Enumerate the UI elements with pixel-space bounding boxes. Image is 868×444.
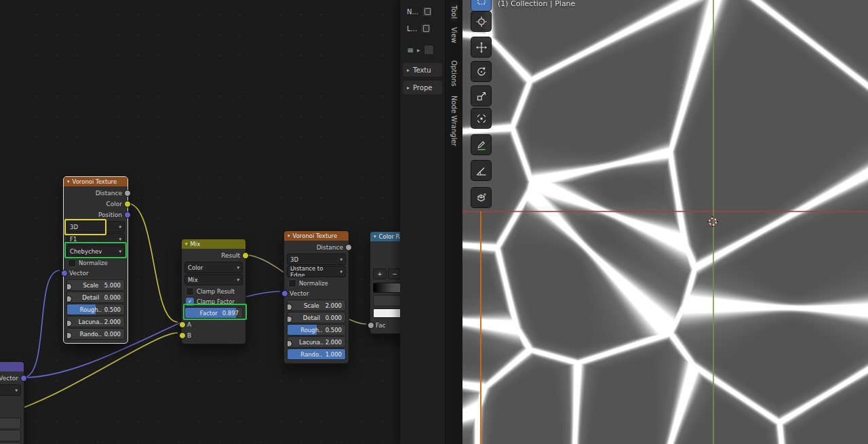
chevron-down-icon: ▾ [237, 277, 239, 283]
normalize-checkbox[interactable]: Normalize [284, 278, 349, 288]
measure-icon [476, 165, 487, 176]
socket-randomness-in[interactable] [66, 332, 72, 339]
factor-slider[interactable]: Factor 0.897 [184, 307, 243, 319]
tool-rotate-button[interactable] [471, 61, 492, 82]
3d-cursor [707, 216, 719, 228]
dimensions-dropdown[interactable]: 3D ▾ [287, 254, 346, 265]
output-position: Position [64, 209, 127, 220]
annotate-icon [476, 140, 487, 150]
tab-options[interactable]: Options [450, 57, 458, 90]
mapping-field-x[interactable]: 0 m [0, 418, 21, 429]
mapping-field-y[interactable]: 0 m [0, 430, 21, 441]
list-icon[interactable]: ≡ [407, 45, 414, 55]
socket-scale-in[interactable] [66, 283, 72, 290]
tab-view[interactable]: View [450, 24, 458, 47]
socket-lacunarity-in[interactable] [66, 320, 72, 327]
lacunarity-slider[interactable]: Lacuna.. 2.000 [66, 316, 125, 327]
input-vector: Vector [284, 288, 349, 299]
socket-fac-in[interactable] [368, 322, 374, 329]
normalize-checkbox[interactable]: Normalize [64, 258, 127, 268]
node-mix-header[interactable]: ▾ Mix [182, 239, 245, 249]
node-title: Voronoi Texture [73, 178, 117, 185]
mapping-type-dropdown[interactable]: ▾ [0, 384, 21, 396]
label-field-icon[interactable] [420, 23, 431, 34]
lacunarity-slider[interactable]: Lacuna.. 2.000 [287, 336, 346, 348]
node-voronoi1-header[interactable]: ▾ Voronoi Texture [64, 177, 127, 186]
socket-vector-in[interactable] [61, 270, 68, 277]
link-offscreen-to-mix-b [0, 333, 178, 416]
node-name-field[interactable]: N... [407, 6, 445, 17]
distance-metric-dropdown[interactable]: Chebychev ▾ [66, 245, 125, 257]
output-result: Result [182, 250, 245, 261]
socket-b-in[interactable] [179, 332, 186, 339]
mix-type-dropdown[interactable]: Color ▾ [184, 262, 243, 273]
socket-detail-in[interactable] [287, 316, 292, 323]
socket-position-out[interactable] [124, 211, 131, 218]
socket-detail-in[interactable] [66, 296, 72, 302]
socket-distance-out[interactable] [124, 190, 131, 197]
scale-slider[interactable]: Scale 5.000 [66, 279, 125, 291]
collapse-icon[interactable]: ▾ [288, 233, 290, 239]
node-voronoi-texture-2[interactable]: ▾ Voronoi Texture Distance 3D ▾ Distance… [283, 230, 349, 364]
socket-a-in[interactable] [179, 321, 186, 328]
rotate-icon [476, 66, 487, 77]
tweak-select-icon [476, 0, 487, 7]
tool-move-button[interactable] [471, 37, 492, 58]
swatch-button[interactable] [424, 45, 434, 55]
remove-stop-button[interactable]: − [388, 268, 401, 279]
transform-icon [476, 113, 487, 124]
clamp-result-checkbox[interactable]: Clamp Result [182, 286, 245, 296]
output-vector: Vector [0, 373, 24, 384]
node-mapping[interactable]: Vector ▾ 0 m 0 m 0 m [0, 361, 24, 444]
shader-node-editor[interactable]: Vector ▾ 0 m 0 m 0 m ▾ Voronoi Texture D [0, 0, 462, 444]
viewport-3d[interactable]: (1) Collection | Plane [462, 0, 868, 444]
tool-tweak-select-button[interactable] [471, 0, 492, 12]
collapse-icon[interactable]: ▾ [185, 241, 188, 247]
tool-transform-button[interactable] [471, 108, 492, 129]
node-title: Color Ra [379, 233, 403, 240]
input-vector: Vector [64, 268, 127, 279]
rendered-voronoi-plane[interactable] [462, 0, 868, 444]
tool-annotate-button[interactable] [471, 134, 492, 155]
roughness-slider[interactable]: Rough.. 0.500 [66, 304, 125, 315]
socket-color-out[interactable] [124, 201, 131, 207]
randomness-slider[interactable]: Rando.. 0.000 [66, 328, 125, 340]
socket-scale-in[interactable] [287, 304, 292, 310]
collapse-icon[interactable]: ▾ [374, 234, 376, 239]
tool-measure-button[interactable] [471, 160, 492, 181]
collapse-icon[interactable]: ▾ [67, 179, 70, 184]
tool-add-cube-button[interactable] [471, 187, 492, 208]
tab-node-wrangler[interactable]: Node Wrangler [450, 92, 458, 150]
randomness-slider[interactable]: Rando.. 1.000 [287, 348, 346, 360]
socket-lacunarity-in[interactable] [287, 340, 292, 347]
tool-cursor-button[interactable] [471, 11, 492, 32]
feature-dropdown[interactable]: F1 ▾ [66, 233, 125, 245]
panel-texture[interactable]: ▸ Textu [403, 63, 442, 77]
name-field-icon[interactable] [422, 6, 433, 17]
list-row: ≡ ▸ [407, 45, 445, 55]
node-voronoi2-header[interactable]: ▾ Voronoi Texture [284, 231, 349, 241]
chevron-right-icon: ▸ [407, 67, 410, 73]
feature-dropdown[interactable]: Distance to Edge ▾ [287, 266, 346, 277]
cursor-icon [476, 16, 487, 27]
node-label-field[interactable]: L... [407, 23, 445, 34]
add-stop-button[interactable]: + [373, 268, 387, 279]
socket-vector-out[interactable] [20, 375, 27, 382]
detail-slider[interactable]: Detail 0.000 [66, 291, 125, 303]
node-mix[interactable]: ▾ Mix Result Color ▾ Mix ▾ Clamp [181, 239, 246, 344]
socket-result-out[interactable] [242, 252, 249, 259]
dimensions-dropdown[interactable]: 3D ▾ [66, 221, 125, 233]
detail-slider[interactable]: Detail 0.000 [287, 312, 346, 323]
roughness-slider[interactable]: Rough.. 0.500 [287, 324, 346, 336]
node-voronoi-texture-1[interactable]: ▾ Voronoi Texture Distance Color Positio… [63, 176, 128, 344]
tab-tool[interactable]: Tool [450, 2, 458, 22]
clamp-factor-checkbox[interactable]: ✓ Clamp Factor [182, 296, 245, 306]
blend-mode-dropdown[interactable]: Mix ▾ [184, 274, 243, 285]
panel-properties[interactable]: ▸ Prope [403, 81, 442, 94]
output-color: Color [64, 199, 127, 209]
tool-scale-button[interactable] [471, 85, 492, 106]
node-mapping-header[interactable] [0, 362, 24, 371]
socket-distance-out[interactable] [345, 244, 352, 251]
socket-vector-in[interactable] [281, 290, 288, 297]
scale-slider[interactable]: Scale 2.000 [287, 300, 346, 311]
